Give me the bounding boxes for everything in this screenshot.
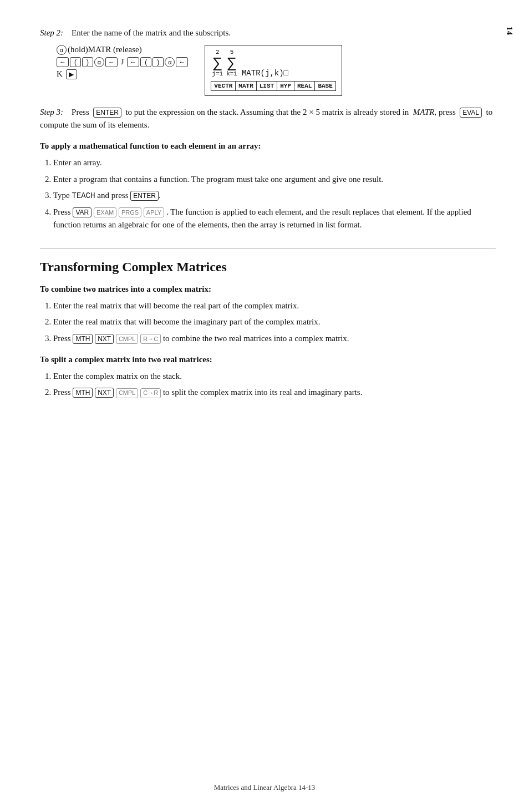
key-nxt-combine: NXT <box>95 334 114 344</box>
key-row-3: K ▶ <box>57 69 188 79</box>
key-eval-step3: EVAL <box>460 108 482 118</box>
key-paren-open-1: ( <box>70 57 81 67</box>
transforming-title: Transforming Complex Matrices <box>40 260 496 275</box>
key-row-2: ← ( ) α ← J ← ( ) α ← <box>57 57 188 67</box>
sigma1-symbol: ∑ <box>213 56 222 70</box>
apply-item-1: Enter an array. <box>53 156 496 169</box>
menu-list: LIST <box>257 82 277 90</box>
key-prgs: PRGS <box>119 207 141 217</box>
menu-matr: MATR <box>236 82 256 90</box>
key-k-text: K <box>57 69 65 79</box>
step3-text3: , press <box>434 108 455 116</box>
split-item-1: Enter the complex matrix on the stack. <box>53 370 496 383</box>
hold-release-text: (hold)MATR (release) <box>68 45 142 54</box>
sigma2-bottom: k=1 <box>226 70 237 78</box>
key-j-text: J <box>119 57 126 67</box>
section-divider <box>40 248 496 248</box>
step2-text: Enter the name of the matrix and the sub… <box>72 28 231 37</box>
key-enter-step3: ENTER <box>93 108 121 118</box>
key-nxt-split: NXT <box>95 388 114 398</box>
step3-label: Step 3: <box>40 108 63 116</box>
split-heading: To split a complex matrix into two real … <box>40 355 496 364</box>
step3-text1: Press <box>72 108 89 116</box>
sigma2: 5 ∑ k=1 <box>226 49 237 78</box>
step2-label: Step 2: <box>40 28 63 37</box>
key-sequence-left: α (hold)MATR (release) ← ( ) α ← J ← ( )… <box>57 45 188 79</box>
key-paren-close-1: ) <box>82 57 93 67</box>
apply-heading: To apply a mathematical function to each… <box>40 141 496 151</box>
sigma1: 2 ∑ j=1 <box>212 49 223 78</box>
key-mth-split: MTH <box>73 388 93 398</box>
menu-base: BASE <box>315 82 335 90</box>
key-c2r: C→R <box>140 388 161 398</box>
key-alpha-2: α <box>94 57 104 67</box>
sigma1-bottom: j=1 <box>212 70 223 78</box>
display-top: 2 ∑ j=1 5 ∑ k=1 MATR(j,k)□ <box>211 49 335 78</box>
combine-list: Enter the real matrix that will become t… <box>53 300 496 345</box>
page-number: 14 <box>505 27 513 35</box>
key-exam: EXAM <box>94 207 116 217</box>
key-left-arrow-1: ← <box>57 57 69 67</box>
combine-item-2: Enter the real matrix that will become t… <box>53 316 496 328</box>
key-left-arrow-3: ← <box>127 57 139 67</box>
key-var: VAR <box>73 207 91 217</box>
apply-item-3: Type TEACH and press ENTER. <box>53 189 496 202</box>
menu-real: REAL <box>294 82 315 90</box>
sigma2-symbol: ∑ <box>227 56 236 70</box>
teach-text: TEACH <box>72 191 95 200</box>
key-left-arrow-2: ← <box>105 57 118 67</box>
key-mth-combine: MTH <box>73 334 93 344</box>
key-right-triangle: ▶ <box>66 69 77 79</box>
key-paren-close-2: ) <box>152 57 164 67</box>
key-left-arrow-4: ← <box>176 57 188 67</box>
menu-vectr: VECTR <box>211 82 236 90</box>
key-alpha-3: α <box>165 57 175 67</box>
calc-menu-bar: VECTR MATR LIST HYP REAL BASE <box>211 81 335 91</box>
page: 14 Step 2: Enter the name of the matrix … <box>0 0 529 812</box>
key-aply: APLY <box>144 207 164 217</box>
key-enter-teach: ENTER <box>130 191 159 201</box>
step3-var: MATR <box>413 108 435 116</box>
apply-item-4: Press VAR EXAM PRGS APLY . The function … <box>53 206 496 232</box>
key-r2c: R→C <box>140 334 161 344</box>
key-paren-open-2: ( <box>140 57 151 67</box>
split-item-2: Press MTH NXT CMPL C→R to split the comp… <box>53 386 496 399</box>
step3-para: Step 3: Press ENTER to put the expressio… <box>40 106 496 132</box>
step3-text2: to put the expression on the stack. Assu… <box>125 108 409 116</box>
key-row-1: α (hold)MATR (release) <box>57 45 188 55</box>
key-cmpl-split: CMPL <box>116 388 139 398</box>
footer-text: Matrices and Linear Algebra 14-13 <box>214 783 316 792</box>
key-alpha-circle: α <box>57 45 67 55</box>
calculator-display: 2 ∑ j=1 5 ∑ k=1 MATR(j,k)□ VECTR MATR LI… <box>205 45 342 96</box>
combine-item-3: Press MTH NXT CMPL R→C to combine the tw… <box>53 332 496 345</box>
split-list: Enter the complex matrix on the stack. P… <box>53 370 496 399</box>
key-cmpl-combine: CMPL <box>116 334 139 344</box>
step2-key-sequence: α (hold)MATR (release) ← ( ) α ← J ← ( )… <box>57 45 496 96</box>
apply-list: Enter an array. Enter a program that con… <box>53 156 496 231</box>
apply-item-2: Enter a program that contains a function… <box>53 173 496 186</box>
step2-heading: Step 2: Enter the name of the matrix and… <box>40 27 496 39</box>
combine-heading: To combine two matrices into a complex m… <box>40 285 496 294</box>
footer: Matrices and Linear Algebra 14-13 <box>0 783 529 792</box>
menu-hyp: HYP <box>277 82 294 90</box>
combine-item-1: Enter the real matrix that will become t… <box>53 300 496 312</box>
matr-expression: MATR(j,k)□ <box>242 69 288 78</box>
